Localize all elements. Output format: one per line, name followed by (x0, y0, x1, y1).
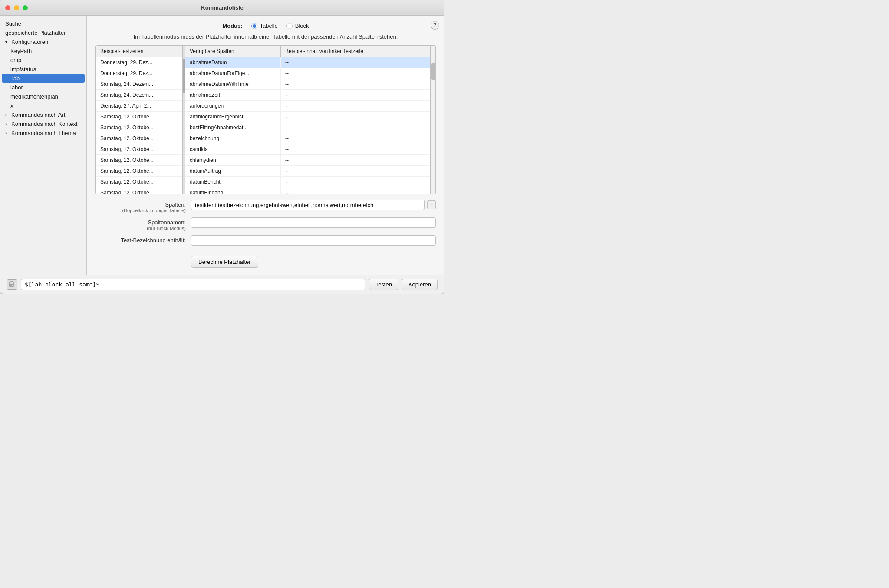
sidebar-item-saved[interactable]: gespeicherte Platzhalter (0, 28, 86, 37)
chevron-icon (5, 122, 10, 126)
chevron-icon (5, 131, 10, 135)
sidebar-item-x[interactable]: x (0, 101, 86, 110)
right-cell-col1: chlamydien (185, 155, 281, 165)
right-table-row[interactable]: bezeichnung-- (185, 133, 430, 144)
right-cell-col2: -- (281, 112, 430, 122)
left-table-row[interactable]: Donnerstag, 29. Dez... (96, 68, 182, 79)
left-table-row[interactable]: Samstag, 12. Oktobe... (96, 166, 182, 177)
document-icon (7, 279, 17, 290)
spalten-input[interactable] (191, 200, 425, 210)
doc-svg (9, 281, 16, 288)
right-table[interactable]: Verfügbare Spalten: Beispiel-Inhalt von … (185, 46, 430, 194)
spalten-label: Spalten: (Doppelklick in obiger Tabelle) (95, 200, 191, 213)
main-window: Kommandoliste Suche gespeicherte Platzha… (0, 0, 444, 294)
right-table-row[interactable]: candida-- (185, 144, 430, 155)
right-table-row[interactable]: chlamydien-- (185, 155, 430, 166)
sidebar-group-kommandos-kontext[interactable]: Kommandos nach Kontext (0, 119, 86, 128)
sidebar-item-lab[interactable]: lab (2, 74, 85, 83)
right-cell-col1: datumEingang (185, 187, 281, 194)
radio-block[interactable] (286, 23, 293, 29)
bottom-bar: Testen Kopieren (0, 275, 444, 294)
left-table-row[interactable]: Samstag, 12. Oktobe... (96, 122, 182, 133)
right-table-row[interactable]: datumAuftrag-- (185, 166, 430, 177)
right-table-row[interactable]: anforderungen-- (185, 101, 430, 112)
testen-button[interactable]: Testen (369, 279, 398, 290)
sidebar-item-keypath[interactable]: KeyPath (0, 46, 86, 56)
chevron-icon (5, 39, 10, 44)
test-bezeichnung-input[interactable] (191, 235, 436, 246)
left-table-row[interactable]: Samstag, 12. Oktobe... (96, 187, 182, 194)
right-table-row[interactable]: datumEingang-- (185, 187, 430, 194)
right-cell-col2: -- (281, 133, 430, 144)
right-table-row[interactable]: abnahmeDatumWithTime-- (185, 79, 430, 90)
right-cell-col2: -- (281, 90, 430, 100)
left-table-row[interactable]: Samstag, 12. Oktobe... (96, 133, 182, 144)
right-cell-col1: anforderungen (185, 101, 281, 111)
spalten-minus-button[interactable]: − (427, 200, 436, 209)
info-text: Im Tabellenmodus muss der Platzhalter in… (95, 33, 436, 40)
test-bezeichnung-row: Test-Bezeichnung enthält: (95, 235, 436, 246)
spalten-sublabel: (Doppelklick in obiger Tabelle) (95, 208, 186, 213)
left-table-row[interactable]: Samstag, 12. Oktobe... (96, 144, 182, 155)
left-table-body[interactable]: Donnerstag, 29. Dez...Donnerstag, 29. De… (96, 57, 182, 194)
left-table-row[interactable]: Samstag, 12. Oktobe... (96, 112, 182, 122)
sidebar-item-dmp[interactable]: dmp (0, 56, 86, 65)
minimize-button[interactable] (14, 5, 19, 10)
button-row: Berechne Platzhalter (95, 256, 436, 268)
right-cell-col2: -- (281, 68, 430, 79)
right-table-row[interactable]: antibiogrammErgebnist...-- (185, 112, 430, 122)
maximize-button[interactable] (23, 5, 28, 10)
close-button[interactable] (5, 5, 10, 10)
right-cell-col2: -- (281, 144, 430, 154)
right-table-row[interactable]: bestFittingAbnahmedat...-- (185, 122, 430, 133)
left-scrollbar[interactable] (183, 46, 185, 194)
sidebar-item-labor[interactable]: labor (0, 83, 86, 92)
help-button[interactable]: ? (431, 21, 439, 30)
bottom-command-input[interactable] (21, 279, 365, 290)
mode-block-label: Block (295, 23, 309, 29)
left-table-row[interactable]: Samstag, 12. Oktobe... (96, 177, 182, 187)
spaltennamen-input[interactable] (191, 217, 436, 228)
right-table-row[interactable]: abnahmeDatum-- (185, 57, 430, 68)
left-table-header: Beispiel-Testzeilen (96, 46, 182, 57)
spaltennamen-input-wrapper (191, 217, 436, 228)
right-cell-col2: -- (281, 122, 430, 133)
right-cell-col1: bestFittingAbnahmedat... (185, 122, 281, 133)
right-cell-col1: antibiogrammErgebnist... (185, 112, 281, 122)
mode-block-option[interactable]: Block (286, 23, 309, 29)
sidebar-group-thema-label: Kommandos nach Thema (11, 130, 76, 136)
mode-tabelle-label: Tabelle (260, 23, 278, 29)
sidebar-group-konfiguratoren[interactable]: Konfiguratoren (0, 37, 86, 46)
left-table-row[interactable]: Samstag, 12. Oktobe... (96, 155, 182, 166)
sidebar-group-label: Konfiguratoren (11, 39, 48, 45)
left-table-row[interactable]: Donnerstag, 29. Dez... (96, 57, 182, 68)
left-table-row[interactable]: Samstag, 24. Dezem... (96, 79, 182, 90)
sidebar-item-search[interactable]: Suche (0, 19, 86, 28)
right-cell-col2: -- (281, 187, 430, 194)
sidebar-item-medikamentenplan[interactable]: medikamentenplan (0, 92, 86, 101)
mode-tabelle-option[interactable]: Tabelle (251, 23, 278, 29)
calc-button[interactable]: Berechne Platzhalter (191, 256, 258, 268)
radio-tabelle[interactable] (251, 23, 257, 29)
right-table-row[interactable]: abnahmeDatumForEige...-- (185, 68, 430, 79)
tables-area: Beispiel-Testzeilen Donnerstag, 29. Dez.… (95, 45, 436, 194)
right-cell-col1: abnahmeDatumForEige... (185, 68, 281, 79)
kopieren-button[interactable]: Kopieren (402, 279, 438, 290)
right-cell-col2: -- (281, 177, 430, 187)
sidebar-item-impfstatus[interactable]: impfstatus (0, 65, 86, 74)
test-bezeichnung-input-wrapper (191, 235, 436, 246)
left-table-row[interactable]: Samstag, 24. Dezem... (96, 90, 182, 101)
sidebar-group-kommandos-art[interactable]: Kommandos nach Art (0, 110, 86, 119)
left-table-row[interactable]: Dienstag, 27. April 2... (96, 101, 182, 112)
chevron-icon (5, 112, 10, 117)
right-cell-col1: abnahmeDatumWithTime (185, 79, 281, 89)
spalten-row: Spalten: (Doppelklick in obiger Tabelle)… (95, 200, 436, 213)
right-col1-header: Verfügbare Spalten: (185, 46, 281, 57)
right-table-row[interactable]: abnahmeZeit-- (185, 90, 430, 101)
right-table-header: Verfügbare Spalten: Beispiel-Inhalt von … (185, 46, 430, 57)
right-table-row[interactable]: datumBericht-- (185, 177, 430, 187)
test-bezeichnung-label: Test-Bezeichnung enthält: (95, 235, 191, 243)
right-scrollbar[interactable] (430, 46, 435, 194)
sidebar-group-kontext-label: Kommandos nach Kontext (11, 121, 77, 127)
sidebar-group-kommandos-thema[interactable]: Kommandos nach Thema (0, 128, 86, 138)
